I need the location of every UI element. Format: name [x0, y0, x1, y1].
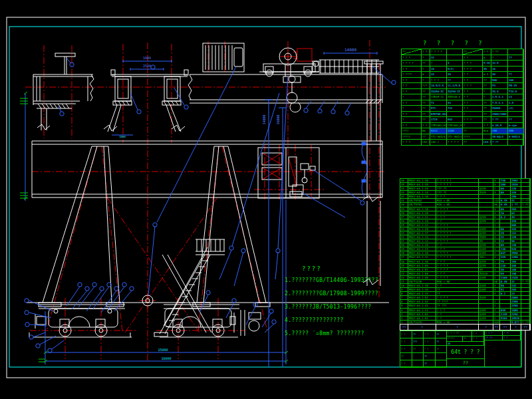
approval-cell: ?? ??	[485, 336, 503, 340]
spec-cell: ? ?	[402, 83, 422, 89]
spec-cell: (2)	[508, 106, 524, 112]
spec-cell: LK3-12	[483, 140, 491, 146]
notes-title: ????	[302, 265, 398, 272]
spec-cell: ?/?	[422, 83, 430, 89]
spec-table: ??? ? ?? ? ? ???? ?? ??? ? ??32? ?m???? …	[401, 49, 523, 146]
stage-label: ?????	[447, 336, 463, 341]
festoon-cable	[362, 141, 367, 197]
header-cell: ?	[511, 325, 521, 330]
spec-cell: ? ????	[402, 72, 422, 78]
spec-cell: 13	[508, 94, 524, 100]
travel-mechanism-plan	[258, 148, 319, 198]
spec-cell: ? ?	[402, 112, 422, 118]
spec-cell: Nm	[422, 128, 430, 134]
spec-cell: FU	[491, 83, 508, 89]
hoist-gearbox	[297, 49, 312, 61]
stage-val2: ? ?	[472, 336, 484, 341]
title-block: ? ???? ???? ????? ???? ???? ???????? ???…	[400, 331, 521, 367]
header-cell: ?	[436, 325, 479, 330]
signature-cell	[412, 360, 424, 368]
technical-notes: ???? 1.???????GB/T14406-1993????2.??????…	[285, 265, 398, 344]
spec-cell: 45	[483, 66, 491, 72]
cad-sheet: 14000 1800 2500 34000 36000 15000 16000 …	[0, 0, 532, 399]
spec-cell: LD2-1	[430, 140, 447, 146]
signature-cell: ??	[436, 338, 447, 346]
spec-cell: ZQ250-II	[447, 89, 463, 95]
spec-cell: 5-10	[483, 61, 491, 66]
parts-list-table: 36 MDGY-64.1-26 ? ? ? ? ? 4 748 2992 35 …	[400, 178, 531, 325]
title-right: ? ? ? ? ?? ?? ?? ? ?	[485, 331, 521, 366]
spec-cell: 1715	[430, 117, 447, 123]
weight-val: 30	[447, 342, 484, 345]
signature-cell: ???	[412, 338, 424, 346]
spec-cell: ? ?	[463, 100, 483, 106]
spec-cell: 4	[447, 61, 463, 66]
spec-cell: 450	[508, 128, 524, 134]
spec-cell: ? ? ? ?	[447, 140, 463, 146]
signature-grid: ? ???? ???? ????? ???? ???? ???????? ???	[400, 331, 447, 366]
spec-cell: 1140	[447, 128, 463, 134]
spec-cell: ? ?	[402, 78, 422, 84]
spec-cell	[508, 61, 524, 66]
dim-height-label: 34000	[262, 114, 266, 124]
spec-cell: 5(3)	[447, 66, 463, 72]
spec-cell: 722	[447, 106, 463, 112]
spec-cell: ??	[508, 72, 524, 78]
spec-cell: ?????	[402, 134, 422, 140]
spec-cell: ??	[422, 89, 430, 95]
signature-cell: ? ?	[424, 331, 436, 338]
spec-cell: ? ?	[463, 89, 483, 95]
spec-cell: ? ? ?	[463, 117, 483, 123]
spec-table-title: ? ? ? ? ?	[423, 40, 529, 47]
spec-cell: ? ? ?	[430, 78, 447, 84]
spec-cell: ??	[422, 94, 430, 100]
spec-cell: 16.5/3.5	[430, 83, 447, 89]
stairway	[142, 239, 225, 336]
spec-cell: ? ?	[402, 89, 422, 95]
spec-cell: ? ?	[463, 72, 483, 78]
note-item: 3.??????JB/T5013-1996????	[285, 304, 398, 310]
spec-cell: ? ?	[463, 55, 483, 61]
spec-cell: ? ? ? ?	[402, 61, 422, 66]
spec-cell: 32	[430, 55, 447, 61]
stage-val: ??	[463, 336, 472, 341]
drawing-number-cell	[485, 340, 521, 366]
spec-cell: m-spe	[508, 123, 524, 129]
spec-cell: YZR160L/6D2	[430, 123, 447, 129]
spec-cell: ? ??	[491, 117, 508, 123]
spec-cell: ? ? ?	[422, 49, 430, 55]
signature-cell: ? ?	[400, 346, 412, 353]
spec-cell: m	[483, 55, 491, 61]
signature-cell: ??	[412, 346, 424, 353]
spec-cell: 16	[430, 66, 447, 72]
signature-cell: ? ?	[400, 338, 412, 346]
spec-cell: ?	[483, 94, 491, 100]
spec-cell: ??	[483, 78, 491, 84]
spec-cell: 40	[491, 72, 508, 78]
drawing-title: 64t ? ? ?	[447, 346, 484, 359]
spec-cell: ?	[430, 61, 447, 66]
spec-cell: YT1-90Z/4	[447, 134, 463, 140]
spec-cell: 2500/1000	[491, 112, 508, 118]
dim-base2-label: 16000	[161, 356, 171, 360]
trolley-elevation	[203, 43, 379, 112]
sheet-marks: / /	[472, 331, 484, 336]
dim-height2-label: 36000	[276, 114, 280, 124]
signature-cell	[436, 353, 447, 360]
spec-cell: YZR160L/6Z55	[447, 123, 463, 129]
signature-cell: ? ?	[424, 346, 436, 353]
spec-cell: 842	[447, 117, 463, 123]
spec-cell: ZQ400	[491, 106, 508, 112]
spec-cell: YB-8Q/4	[491, 134, 508, 140]
spec-cell: ? ? ?	[463, 66, 483, 72]
spec-cell: ?	[463, 123, 483, 129]
header-cell: ??	[521, 325, 530, 330]
spec-cell	[483, 134, 491, 140]
signature-cell: ? ?	[400, 360, 412, 368]
spec-cell: ? ??	[491, 140, 508, 146]
spec-cell: 30	[447, 72, 463, 78]
spec-cell: ??	[463, 128, 483, 134]
spec-cell: ?	[422, 55, 430, 61]
spec-cell	[508, 112, 524, 118]
note-item: 1.???????GB/T14406-1993????	[285, 277, 398, 283]
